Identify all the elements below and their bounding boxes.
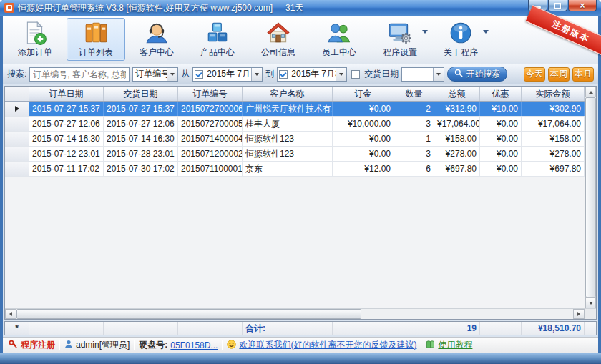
column-header-discount[interactable]: 优惠 <box>480 87 522 101</box>
cell-delivery-date: 2015-07-27 15:37 <box>104 102 178 116</box>
delivery-date-label: 交货日期 <box>364 68 399 80</box>
column-header-actual-amount[interactable]: 实际金额 <box>522 87 585 101</box>
dropdown-button <box>433 68 444 81</box>
from-label: 从 <box>181 68 190 80</box>
chevron-down-icon[interactable] <box>483 30 489 34</box>
cell-order-no: 2015071200002 <box>178 147 243 161</box>
row-selector <box>5 117 29 131</box>
table-row[interactable]: 2015-07-12 23:01 2015-07-28 23:01 201507… <box>5 147 585 162</box>
this-month-button[interactable]: 本月 <box>572 67 594 82</box>
column-header-total[interactable]: 总额 <box>434 87 480 101</box>
search-bar: 搜索: 订单编号 从 2015年 7月 1日 到 2015年 7月31日 交货日… <box>3 64 598 84</box>
cell-customer: 京东 <box>243 162 333 176</box>
summary-cell <box>104 322 178 335</box>
contact-us-link[interactable]: 欢迎联系我们(好的软件离不开您的反馈及建议) <box>239 339 416 351</box>
vertical-scroll-thumb[interactable] <box>585 97 596 297</box>
current-user-group: admin[管理员] <box>64 339 130 351</box>
table-row[interactable]: 2015-07-11 17:02 2015-07-30 17:02 201507… <box>5 162 585 177</box>
this-week-button[interactable]: 本周 <box>548 67 570 82</box>
toolbar-add-order[interactable]: 添加订单 <box>6 18 64 61</box>
cell-deposit: ¥0.00 <box>333 147 394 161</box>
cell-delivery-date: 2015-07-27 12:06 <box>104 117 178 131</box>
cell-actual-amount: ¥17,064.00 <box>522 117 585 131</box>
toolbar-label: 订单列表 <box>79 46 113 59</box>
delivery-date-select[interactable] <box>401 67 444 82</box>
chevron-down-icon <box>436 73 441 76</box>
summary-cell <box>178 322 243 335</box>
column-header-order-date[interactable]: 订单日期 <box>29 87 104 101</box>
cell-order-date: 2015-07-12 23:01 <box>29 147 104 161</box>
search-icon <box>454 69 463 79</box>
search-input[interactable] <box>29 67 130 82</box>
scroll-down-button[interactable] <box>585 297 596 308</box>
tutorial-group: 使用教程 <box>426 339 472 351</box>
vertical-scrollbar[interactable] <box>585 87 596 308</box>
from-date-checkbox[interactable] <box>195 70 203 79</box>
to-date-picker[interactable]: 2015年 7月31日 <box>277 67 347 82</box>
status-bar: 程序注册 admin[管理员] 硬盘号:05F0158D... 欢迎联系我们(好… <box>3 337 598 353</box>
scroll-left-icon <box>9 312 12 316</box>
table-row[interactable]: 2015-07-27 12:06 2015-07-27 12:06 201507… <box>5 117 585 132</box>
cell-total: ¥17,064.00 <box>434 117 480 131</box>
dropdown-button <box>251 68 262 81</box>
maximize-button[interactable] <box>548 0 567 11</box>
toolbar-product-center[interactable]: 产品中心 <box>188 18 247 61</box>
close-button[interactable]: × <box>568 0 597 11</box>
book-icon <box>426 340 435 351</box>
tutorial-link[interactable]: 使用教程 <box>438 339 472 351</box>
start-search-button[interactable]: 开始搜索 <box>447 67 507 82</box>
scrollbar-corner <box>585 309 596 319</box>
add-order-icon <box>23 21 47 45</box>
scroll-left-button[interactable] <box>5 309 16 319</box>
column-header-order-no[interactable]: 订单编号 <box>178 87 243 101</box>
cell-deposit: ¥0.00 <box>333 102 394 116</box>
delivery-date-checkbox[interactable] <box>351 70 360 79</box>
search-field-select[interactable]: 订单编号 <box>132 67 178 82</box>
contact-group: 欢迎联系我们(好的软件离不开您的反馈及建议) <box>227 339 416 351</box>
toolbar-label: 产品中心 <box>200 46 235 59</box>
cell-delivery-date: 2015-07-28 23:01 <box>104 147 178 161</box>
toolbar-order-list[interactable]: 订单列表 <box>67 18 125 61</box>
week-label: 本周 <box>550 68 567 80</box>
toolbar-settings[interactable]: 程序设置 <box>371 18 429 61</box>
row-selector <box>5 102 29 116</box>
toolbar-company-info[interactable]: 公司信息 <box>249 18 308 61</box>
hdd-serial-link[interactable]: 05F0158D... <box>170 340 218 350</box>
chevron-down-icon[interactable] <box>422 30 428 34</box>
program-register-link[interactable]: 程序注册 <box>21 339 55 351</box>
table-row[interactable]: 2015-07-14 16:30 2015-07-14 16:30 201507… <box>5 132 585 147</box>
column-header-customer[interactable]: 客户名称 <box>243 87 333 101</box>
horizontal-scroll-track[interactable] <box>16 309 573 319</box>
cell-total: ¥278.00 <box>434 147 480 161</box>
search-field-value: 订单编号 <box>133 68 167 80</box>
cell-customer: 桂丰大厦 <box>243 117 333 131</box>
cell-discount: ¥0.00 <box>480 147 522 161</box>
scroll-right-button[interactable] <box>573 309 585 319</box>
window-title: 恒源好用订单管理系统 V3.8 [恒源软件,好用又方便 www.zj500.co… <box>18 2 273 14</box>
horizontal-scroll-thumb[interactable] <box>16 309 361 319</box>
toolbar-employee-center[interactable]: 员工中心 <box>310 18 368 61</box>
from-date-picker[interactable]: 2015年 7月 1日 <box>192 67 263 82</box>
to-date-checkbox[interactable] <box>279 70 288 79</box>
today-button[interactable]: 今天 <box>524 67 545 82</box>
cell-order-date: 2015-07-27 15:37 <box>29 102 104 116</box>
table-row[interactable]: 2015-07-27 15:37 2015-07-27 15:37 201507… <box>5 102 585 117</box>
chevron-down-icon <box>339 73 343 76</box>
cell-quantity: 1 <box>394 132 434 146</box>
cell-order-date: 2015-07-27 12:06 <box>29 117 104 131</box>
scroll-up-button[interactable] <box>585 87 596 97</box>
vertical-scroll-track[interactable] <box>585 97 596 297</box>
order-list-icon <box>84 21 108 45</box>
horizontal-scrollbar[interactable] <box>5 308 596 319</box>
today-label: 今天 <box>526 68 543 80</box>
row-selector <box>5 132 29 146</box>
cell-customer: 恒源软件123 <box>243 132 333 146</box>
maximize-icon <box>554 3 561 9</box>
toolbar-about[interactable]: 关于程序 <box>431 18 490 61</box>
cell-quantity: 6 <box>394 162 434 176</box>
toolbar-customer-center[interactable]: 客户中心 <box>127 18 186 61</box>
cell-order-no: 2015071100001 <box>178 162 243 176</box>
column-header-delivery-date[interactable]: 交货日期 <box>104 87 178 101</box>
column-header-deposit[interactable]: 订金 <box>333 87 394 101</box>
column-header-quantity[interactable]: 数量 <box>394 87 434 101</box>
